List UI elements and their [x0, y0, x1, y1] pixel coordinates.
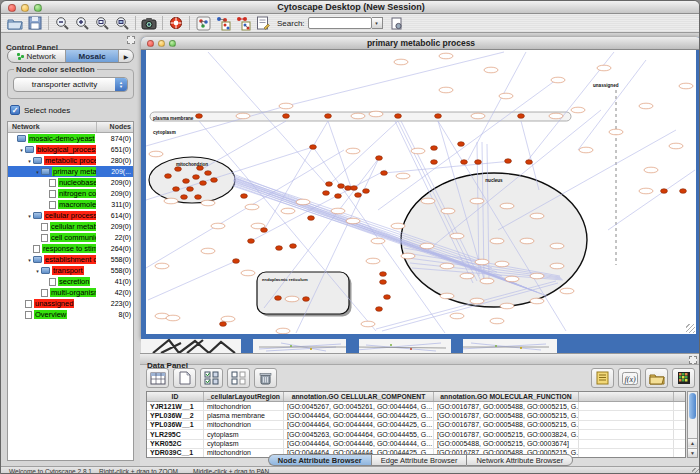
select-nodes-checkbox[interactable]: ✓ [10, 105, 20, 115]
table-row[interactable]: YPL036W__1mitochondrion[GO:0044464, GO:0… [147, 421, 685, 430]
zoom-in-icon[interactable] [72, 15, 92, 32]
network-node-label[interactable] [679, 83, 693, 89]
network-node-selected[interactable] [505, 159, 512, 164]
network-node-selected[interactable] [351, 186, 358, 191]
table-column-header[interactable]: ID [147, 392, 204, 401]
network-node-selected[interactable] [276, 246, 283, 251]
network-node-label[interactable] [394, 59, 408, 65]
table-row[interactable]: YPL036W__2plasma membrane[GO:0044464, GO… [147, 411, 685, 420]
network-node-label[interactable] [401, 253, 415, 259]
tree-row[interactable]: nitrogen compo209(0) [8, 188, 133, 199]
network-node-label[interactable] [371, 238, 385, 244]
expand-triangle-icon[interactable]: ▾ [18, 147, 25, 153]
network-node-selected[interactable] [518, 114, 525, 119]
network-node-selected[interactable] [380, 272, 387, 277]
network-node-selected[interactable] [395, 114, 402, 119]
network-node-label[interactable] [470, 198, 484, 204]
network-node-selected[interactable] [181, 195, 188, 200]
new-network-from-selected-edges-icon[interactable] [233, 15, 253, 32]
table-column-header[interactable]: annotation.GO CELLULAR_COMPONENT [284, 392, 434, 401]
tree-row[interactable]: macromolecule311(0) [8, 199, 133, 210]
network-node-label[interactable] [644, 167, 658, 173]
network-node-label[interactable] [361, 321, 375, 327]
network-node-label[interactable] [579, 147, 593, 153]
table-row[interactable]: YJR121W__1mitochondrion[GO:0045267, GO:0… [147, 402, 685, 411]
network-node-label[interactable] [166, 315, 180, 321]
network-node-selected[interactable] [205, 171, 212, 176]
tab-overflow-arrow-icon[interactable]: ▶ [119, 50, 133, 62]
network-node-label[interactable] [480, 278, 494, 284]
network-node-selected[interactable] [248, 239, 255, 244]
network-node-selected[interactable] [310, 145, 317, 150]
network-node-selected[interactable] [187, 187, 194, 192]
network-node-selected[interactable] [680, 189, 687, 194]
network-overview-icon[interactable] [193, 15, 213, 32]
tree-row[interactable]: multi-organism pro42(0) [8, 287, 133, 298]
open-icon[interactable] [5, 15, 25, 32]
network-node-selected[interactable] [661, 189, 668, 194]
network-node-selected[interactable] [458, 142, 465, 147]
expand-triangle-icon[interactable]: ▾ [26, 213, 33, 219]
tree-row[interactable]: Overview8(0) [8, 309, 133, 320]
network-node-selected[interactable] [435, 114, 442, 119]
table-row[interactable]: YLR295Ccytoplasm[GO:0045263, GO:0044464,… [147, 430, 685, 439]
network-node-label[interactable] [346, 148, 360, 154]
annotation-icon[interactable] [253, 15, 273, 32]
expand-triangle-icon[interactable]: ▾ [26, 257, 33, 263]
network-node-label[interactable] [241, 270, 255, 276]
tree-row[interactable]: ▾cellular process614(0) [8, 210, 133, 221]
network-node-label[interactable] [369, 111, 383, 117]
network-node-label[interactable] [450, 313, 464, 319]
network-node-label[interactable] [211, 223, 225, 229]
network-node-label[interactable] [276, 328, 290, 334]
network-node-label[interactable] [639, 103, 653, 109]
network-node-selected[interactable] [183, 179, 190, 184]
network-node-selected[interactable] [431, 160, 438, 165]
tree-row[interactable]: response to stimul264(0) [8, 243, 133, 254]
scrollbar-thumb[interactable] [689, 393, 696, 419]
network-node-selected[interactable] [526, 160, 533, 165]
network-node-selected[interactable] [326, 182, 333, 187]
network-node-label[interactable] [490, 318, 504, 324]
tree-row[interactable]: ▾establishment of lo558(0) [8, 254, 133, 265]
network-edge[interactable] [384, 161, 512, 173]
zoom-selected-icon[interactable] [112, 15, 132, 32]
import-folder-icon[interactable] [645, 368, 668, 388]
network-node-label[interactable] [245, 204, 259, 210]
network-node-label[interactable] [597, 65, 611, 71]
tree-row[interactable]: ▾primary metabol209(... [8, 166, 133, 177]
network-node-label[interactable] [609, 129, 623, 135]
network-node-label[interactable] [500, 203, 514, 209]
network-node-selected[interactable] [233, 259, 240, 264]
network-node-selected[interactable] [165, 174, 172, 179]
tree-row[interactable]: cellular metabol209(0) [8, 221, 133, 232]
tree-row[interactable]: ▾biological_process651(0) [8, 144, 133, 155]
network-node-selected[interactable] [193, 175, 200, 180]
float-panel-icon[interactable] [127, 36, 135, 44]
search-dropdown-arrow-icon[interactable]: ▾ [372, 17, 383, 29]
network-node-label[interactable] [279, 103, 293, 109]
select-attributes-icon[interactable] [200, 368, 223, 388]
table-column-header[interactable]: _cellularLayoutRegion [204, 392, 284, 401]
network-node-label[interactable] [420, 243, 434, 249]
network-node-label[interactable] [285, 296, 299, 302]
network-node-label[interactable] [421, 198, 435, 204]
tree-row[interactable]: nucleobase-209(0) [8, 177, 133, 188]
network-node-selected[interactable] [275, 296, 282, 301]
table-scrollbar[interactable]: ▲ ▼ [687, 391, 698, 458]
network-node-label[interactable] [470, 298, 484, 304]
network-node-selected[interactable] [196, 114, 203, 119]
network-node-label[interactable] [639, 188, 653, 194]
network-node-selected[interactable] [376, 307, 383, 312]
network-node-label[interactable] [450, 233, 464, 239]
table-row[interactable]: YKR052Ccytoplasm[GO:0044464, GO:0044446,… [147, 440, 685, 449]
network-node-label[interactable] [201, 248, 215, 254]
network-node-label[interactable] [551, 77, 565, 83]
network-edge[interactable] [578, 60, 646, 150]
network-node-label[interactable] [155, 263, 169, 269]
network-node-label[interactable] [391, 223, 405, 229]
network-node-label[interactable] [281, 208, 295, 214]
network-node-label[interactable] [149, 151, 163, 157]
network-node-selected[interactable] [325, 114, 332, 119]
network-edge[interactable] [328, 121, 352, 190]
